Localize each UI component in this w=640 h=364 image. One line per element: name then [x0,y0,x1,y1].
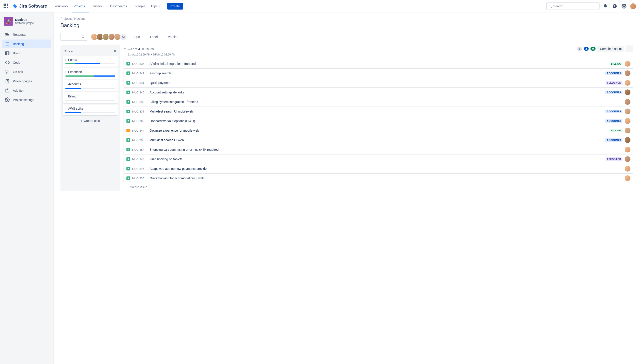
issue-key[interactable]: NUC-335 [132,62,147,66]
filter-version[interactable]: Version [167,34,183,40]
epic-tag[interactable]: ACCOUNTS [605,72,622,75]
search-input[interactable] [553,4,597,8]
app-switcher-icon[interactable] [4,4,9,9]
epic-card[interactable]: ›AWS spike [63,104,118,116]
create-issue-button[interactable]: + Create issue [124,183,633,191]
sidebar-item-project-pages[interactable]: Project pages [2,77,51,86]
svg-rect-12 [9,52,9,55]
sidebar-item-on-call[interactable]: On-call [2,68,51,76]
issue-key[interactable]: NUC-360 [132,120,147,123]
assignee-avatar[interactable] [625,175,630,181]
assignee-avatar[interactable] [625,128,630,134]
profile-avatar[interactable] [630,3,636,10]
assignee-avatar[interactable] [625,156,630,162]
assignee-avatar[interactable] [625,99,630,105]
issue-key[interactable]: NUC-339 [132,100,147,104]
assignee-avatar[interactable] [625,70,630,76]
epic-card[interactable]: ›Forms [63,56,118,66]
issue-key[interactable]: NUC-344 [132,129,147,132]
issue-row[interactable]: NUC-338 Multi-dest search UI web ACCOUNT… [124,136,633,145]
nav-filters[interactable]: Filters [91,3,107,10]
assignee-filter[interactable]: +3 [91,33,127,40]
issue-row[interactable]: NUC-335 Affelite links integration - fro… [124,59,633,68]
assignee-avatar[interactable] [625,61,630,66]
issue-row[interactable]: NUC-341 Quick payment FEEDBACK [124,78,633,88]
sidebar-item-add-item[interactable]: Add item [2,86,51,95]
issue-key[interactable]: NUC-340 [132,91,147,94]
assignee-avatar[interactable] [625,108,630,114]
issue-row[interactable]: NUC-344 Optimize experience for mobile w… [124,126,633,136]
epics-panel-title: Epics [64,50,73,53]
epic-card[interactable]: ›Billing [63,92,118,103]
issue-key[interactable]: NUC-338 [132,138,147,142]
nav-apps[interactable]: Apps [148,3,163,10]
chevron-down-icon[interactable] [124,48,126,50]
epic-tag[interactable]: ACCOUNTS [605,110,622,113]
epic-tag[interactable]: ACCOUNTS [605,90,622,94]
breadcrumb[interactable]: Projects / Nucleus [60,17,633,20]
settings-icon[interactable] [620,3,627,10]
sidebar-item-project-settings[interactable]: Project settings [2,96,51,104]
issue-key[interactable]: NUC-336 [132,177,147,180]
product-logo[interactable]: Jira Software [13,4,47,9]
issue-row[interactable]: NUC-360 Onboard workout options (OWO) AC… [124,116,633,126]
plus-icon: + [81,119,82,122]
issue-row[interactable]: NUC-354 Shopping cart purchasing error -… [124,145,633,154]
issue-key[interactable]: NUC-341 [132,81,147,84]
issue-row[interactable]: NUC-336 Quick booking for accomodations … [124,174,633,183]
issue-row[interactable]: NUC-340 Account settings defaults ACCOUN… [124,88,633,97]
assignee-avatar[interactable] [625,137,630,143]
epic-tag[interactable]: FEEDBACK [605,157,622,161]
help-icon[interactable]: ? [611,3,618,10]
issue-row[interactable]: NUC-346 Adapt web app no new payments pr… [124,164,633,174]
nav-dashboards[interactable]: Dashboards [108,3,132,10]
filter-label[interactable]: Label [149,34,162,40]
epic-tag[interactable]: ACCOUNTS [605,119,622,123]
issue-key[interactable]: NUC-337 [132,110,147,113]
nav-projects[interactable]: Projects [71,3,90,10]
assignee-avatar[interactable] [625,147,630,152]
issue-summary: Adapt web app no new payments provider [150,167,622,170]
epic-tag[interactable]: ACCOUNTS [605,138,622,142]
close-icon[interactable]: × [114,49,116,54]
sprint-name[interactable]: Sprint 3 [128,47,140,50]
issue-row[interactable]: NUC-343 Fluid booking on tablets FEEDBAC… [124,154,633,164]
global-search[interactable] [546,2,599,10]
project-header[interactable]: 🚀 Nucleus Software project [2,17,51,30]
create-epic-button[interactable]: + Create epic [63,117,118,125]
issue-summary: Quick booking for accomodations - web [150,176,622,180]
nav-people[interactable]: People [133,3,148,10]
issue-type-icon [126,90,130,94]
create-button[interactable]: Create [167,3,183,10]
epic-tag[interactable]: FEEDBACK [605,81,622,84]
assignee-avatar[interactable] [625,166,630,172]
assignee-avatar[interactable] [625,90,630,95]
avatar-overflow[interactable]: +3 [120,33,127,40]
issue-summary: Billing system integration - frontend [150,100,622,104]
issue-row[interactable]: NUC-339 Billing system integration - fro… [124,97,633,107]
more-icon[interactable]: ⋯ [626,45,633,52]
plus-icon: + [126,185,128,189]
epic-card[interactable]: ›Accounts [63,80,118,91]
nav-your-work[interactable]: Your work [53,3,71,10]
issue-row[interactable]: NUC-342 Fast trip search ACCOUNTS [124,68,633,78]
issue-key[interactable]: NUC-343 [132,158,147,161]
issue-key[interactable]: NUC-354 [132,148,147,151]
issue-row[interactable]: NUC-337 Multi-dest search UI mobileweb A… [124,107,633,116]
filter-epic[interactable]: Epic [133,34,145,40]
board-search[interactable] [60,33,87,41]
assignee-avatar[interactable] [625,118,630,124]
epic-card[interactable]: ›Feedback [63,68,118,79]
sidebar-item-board[interactable]: Board [2,49,51,58]
sidebar-item-roadmap[interactable]: Roadmap [2,30,51,39]
assignee-avatar[interactable] [625,80,630,86]
epic-tag[interactable]: BILLING [609,62,622,66]
notifications-icon[interactable] [602,3,609,10]
issue-key[interactable]: NUC-342 [132,72,147,75]
sidebar-item-code[interactable]: Code [2,58,51,67]
sidebar-item-backlog[interactable]: Backlog [2,40,51,48]
page-title: Backlog [60,22,633,28]
complete-sprint-button[interactable]: Complete sprint [597,46,624,52]
epic-tag[interactable]: BILLING [609,129,622,132]
issue-key[interactable]: NUC-346 [132,167,147,170]
